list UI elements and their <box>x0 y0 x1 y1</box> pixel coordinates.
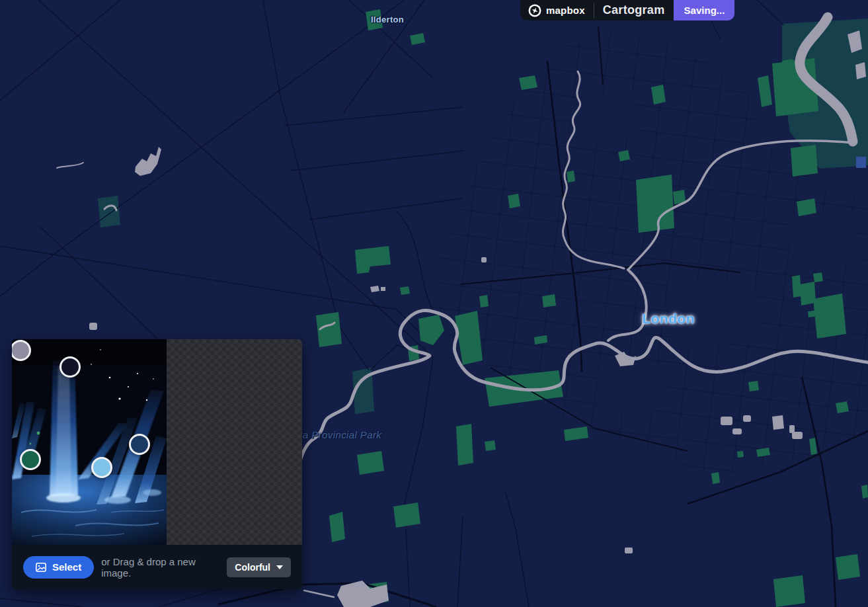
select-button-label: Select <box>52 561 81 573</box>
map-blue-feature <box>856 157 866 168</box>
color-swatch-ink-black[interactable] <box>59 356 81 378</box>
select-image-button[interactable]: Select <box>23 556 94 579</box>
source-image[interactable] <box>12 339 167 545</box>
color-swatch-sky-blue[interactable] <box>91 457 112 478</box>
color-swatch-pine-green[interactable] <box>20 449 41 470</box>
palette-dropdown[interactable]: Colorful <box>227 557 291 577</box>
palette-dropdown-value: Colorful <box>235 562 270 573</box>
image-dropzone[interactable] <box>167 339 302 545</box>
brand-name: mapbox <box>546 5 585 16</box>
image-panel: Select or Drag & drop a new image. Color… <box>12 339 302 589</box>
image-panel-media <box>12 339 302 545</box>
brand-home-link[interactable]: mapbox Cartogram <box>520 0 674 20</box>
mapbox-logo-icon <box>528 4 541 17</box>
cartogram-app: Ilderton ka Provincial Park London mapbo… <box>0 0 868 607</box>
panel-toolbar: Select or Drag & drop a new image. Color… <box>12 545 302 589</box>
image-icon <box>36 563 46 572</box>
color-swatch-deep-navy[interactable] <box>129 434 150 455</box>
topbar-divider <box>594 3 594 18</box>
drop-hint: or Drag & drop a new image. <box>101 556 227 579</box>
app-title: Cartogram <box>603 3 665 17</box>
chevron-down-icon <box>276 565 283 569</box>
topbar: mapbox Cartogram Saving... <box>520 0 734 20</box>
saving-button[interactable]: Saving... <box>674 0 734 20</box>
